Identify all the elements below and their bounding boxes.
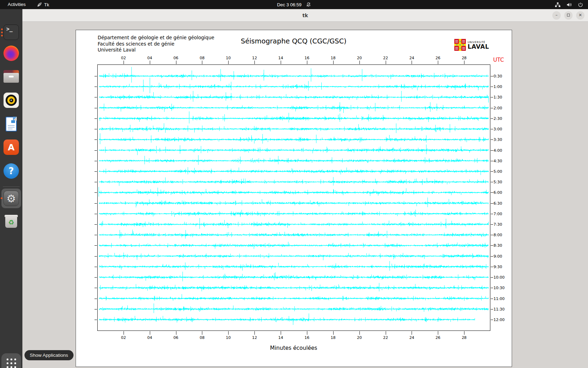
utc-tick-mark (94, 224, 97, 225)
utc-tick-label: 4:30 (493, 158, 502, 163)
clock[interactable]: Dec 3 06:59 (277, 2, 301, 7)
utc-tick-mark (94, 288, 97, 288)
dock-item-help[interactable]: ? (4, 163, 19, 179)
utc-tick-mark (491, 245, 493, 246)
utc-tick-mark (94, 97, 97, 97)
x-tick-mark (202, 61, 202, 64)
x-tick-mark (359, 331, 360, 335)
utc-tick-label: 8:00 (493, 233, 502, 237)
dock-item-files[interactable] (4, 69, 19, 84)
x-tick-mark (464, 61, 464, 64)
utc-tick-label: 6:30 (493, 201, 502, 205)
x-tick-mark (150, 331, 150, 335)
utc-tick-label: 5:00 (493, 169, 502, 173)
institution-header: Département de géologie et de génie géol… (98, 35, 214, 53)
dock-separator (3, 186, 20, 187)
utc-tick-label: 2:30 (493, 116, 502, 121)
seismograph-canvas-area: Département de géologie et de génie géol… (76, 30, 512, 367)
dock-item-rhythmbox[interactable] (4, 93, 19, 108)
utc-tick-label: 7:00 (493, 211, 502, 216)
utc-tick-mark (491, 235, 493, 235)
system-status-area[interactable] (555, 0, 583, 9)
x-tick-label: 26 (435, 335, 440, 340)
x-tick-mark (333, 61, 334, 64)
utc-tick-mark (94, 87, 97, 87)
header-line-2: Faculté des sciences et de génie (98, 41, 214, 47)
utc-tick-label: 11:30 (493, 307, 505, 311)
x-tick-label: 28 (462, 335, 467, 340)
gear-icon: ⚙ (4, 191, 19, 206)
minimize-button[interactable]: – (552, 11, 561, 20)
x-tick-label: 12 (252, 56, 257, 60)
utc-tick-mark (491, 299, 493, 299)
dock-item-terminal[interactable]: >_ (4, 25, 19, 40)
utc-tick-label: 3:30 (493, 137, 502, 142)
utc-tick-label: 7:30 (493, 222, 502, 227)
running-indicator (1, 32, 3, 33)
utc-tick-label: 11:00 (493, 296, 505, 301)
utc-tick-mark (94, 108, 97, 108)
x-tick-label: 16 (304, 335, 309, 340)
utc-tick-mark (94, 203, 97, 204)
utc-tick-mark (94, 76, 97, 76)
x-tick-label: 10 (226, 56, 231, 60)
trash-icon: ♻ (4, 214, 19, 229)
close-button[interactable]: ✕ (576, 11, 584, 20)
maximize-button[interactable] (564, 11, 573, 20)
plot-title: Séismographe QCQ (CGC/GSC) (241, 37, 346, 45)
x-tick-label: 16 (304, 56, 309, 60)
x-tick-mark (281, 61, 281, 64)
utc-tick-mark (94, 320, 97, 320)
x-tick-label: 22 (383, 335, 388, 340)
x-tick-label: 14 (278, 56, 283, 60)
utc-tick-mark (491, 224, 493, 225)
utc-tick-label: 6:00 (493, 190, 502, 195)
utc-tick-label: 2:00 (493, 105, 502, 110)
dock: >_ (0, 9, 22, 368)
dock-item-libreoffice-writer[interactable] (4, 116, 19, 132)
x-tick-label: 18 (331, 56, 336, 60)
utc-tick-mark (491, 256, 493, 257)
laval-shield-icon (454, 39, 466, 51)
window-titlebar[interactable]: tk – ✕ (22, 9, 588, 22)
x-tick-label: 04 (147, 335, 152, 340)
x-tick-mark (359, 61, 360, 64)
x-tick-mark (124, 331, 124, 335)
x-tick-mark (254, 331, 255, 335)
libreoffice-writer-icon (4, 116, 19, 132)
utc-tick-mark (94, 256, 97, 257)
utc-tick-mark (94, 299, 97, 299)
x-tick-mark (176, 61, 176, 64)
show-applications-icon (7, 359, 16, 368)
utc-tick-mark (94, 192, 97, 193)
x-tick-label: 22 (383, 56, 388, 60)
x-tick-label: 04 (147, 56, 152, 60)
show-applications-button[interactable] (1, 353, 21, 368)
dock-item-ubuntu-software[interactable]: A (4, 139, 19, 155)
utc-tick-mark (491, 97, 493, 97)
utc-tick-mark (491, 87, 493, 87)
utc-tick-label: 5:30 (493, 180, 502, 184)
x-tick-mark (202, 331, 202, 335)
header-line-1: Département de géologie et de génie géol… (98, 35, 214, 41)
utc-tick-mark (94, 129, 97, 129)
x-tick-label: 06 (174, 56, 178, 60)
x-tick-mark (333, 331, 334, 335)
wired-network-icon (555, 2, 561, 7)
utc-tick-label: 0:30 (493, 74, 502, 79)
ubuntu-software-icon: A (4, 139, 19, 155)
utc-tick-mark (491, 171, 493, 172)
utc-tick-mark (94, 235, 97, 235)
x-tick-label: 26 (435, 56, 440, 60)
dock-item-firefox[interactable] (4, 46, 19, 61)
utc-tick-mark (491, 150, 493, 151)
dock-item-settings-active[interactable]: ⚙ (1, 189, 21, 208)
utc-tick-mark (491, 309, 493, 309)
x-tick-label: 02 (121, 56, 126, 60)
dock-item-trash[interactable]: ♻ (4, 214, 19, 229)
x-tick-label: 14 (278, 335, 283, 340)
utc-tick-mark (94, 267, 97, 267)
utc-tick-mark (94, 161, 97, 161)
x-tick-mark (307, 61, 307, 64)
x-tick-label: 20 (357, 56, 362, 60)
